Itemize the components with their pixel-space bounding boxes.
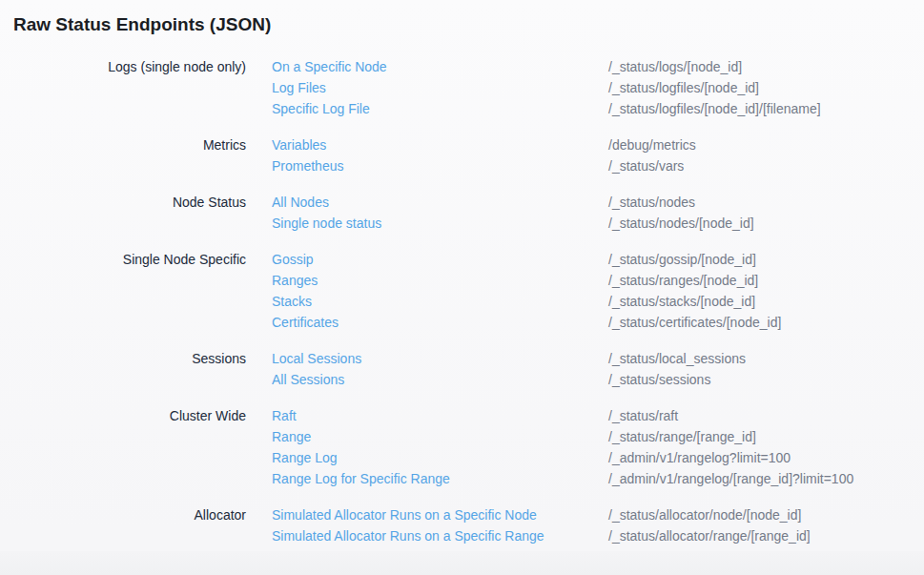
endpoint-path: /_status/logfiles/[node_id]/[filename]	[608, 98, 821, 119]
endpoint-row: Range /_status/range/[range_id]	[272, 426, 924, 447]
endpoint-path: /_status/allocator/node/[node_id]	[608, 504, 801, 525]
endpoint-row: Raft /_status/raft	[272, 405, 924, 426]
endpoint-link[interactable]: Log Files	[272, 77, 583, 98]
endpoint-link[interactable]: Range Log for Specific Range	[272, 468, 583, 489]
endpoint-row: Specific Log File /_status/logfiles/[nod…	[272, 98, 924, 119]
endpoint-link[interactable]: Ranges	[272, 270, 583, 291]
page-title: Raw Status Endpoints (JSON)	[13, 14, 924, 35]
endpoint-row: Ranges /_status/ranges/[node_id]	[272, 270, 924, 291]
endpoint-link[interactable]: Specific Log File	[272, 98, 583, 119]
endpoint-row: All Nodes /_status/nodes	[272, 192, 924, 213]
endpoint-sections: Logs (single node only) On a Specific No…	[13, 56, 924, 546]
endpoint-row: Simulated Allocator Runs on a Specific R…	[272, 525, 924, 546]
section-category-label: Sessions	[13, 348, 246, 390]
endpoint-link[interactable]: Simulated Allocator Runs on a Specific N…	[272, 504, 583, 525]
endpoint-link[interactable]: Certificates	[272, 312, 583, 333]
endpoint-path: /_status/certificates/[node_id]	[608, 312, 781, 333]
endpoint-path: /_status/allocator/range/[range_id]	[608, 525, 811, 546]
endpoint-row: Single node status /_status/nodes/[node_…	[272, 213, 924, 234]
endpoint-link[interactable]: Raft	[272, 405, 583, 426]
endpoint-path: /_status/stacks/[node_id]	[608, 291, 755, 312]
endpoint-link[interactable]: All Sessions	[272, 369, 583, 390]
endpoint-link[interactable]: Variables	[272, 134, 583, 155]
endpoint-row: Local Sessions /_status/local_sessions	[272, 348, 924, 369]
endpoint-section: Sessions Local Sessions /_status/local_s…	[13, 348, 924, 390]
section-category-label: Node Status	[13, 192, 246, 234]
endpoint-row: On a Specific Node /_status/logs/[node_i…	[272, 56, 924, 77]
section-rows: Gossip /_status/gossip/[node_id] Ranges …	[272, 249, 924, 333]
endpoint-link[interactable]: Range Log	[272, 447, 583, 468]
endpoint-path: /debug/metrics	[608, 134, 696, 155]
endpoint-row: Log Files /_status/logfiles/[node_id]	[272, 77, 924, 98]
section-rows: Local Sessions /_status/local_sessions A…	[272, 348, 924, 390]
endpoint-row: Gossip /_status/gossip/[node_id]	[272, 249, 924, 270]
endpoint-path: /_status/nodes	[608, 192, 695, 213]
section-category-label: Logs (single node only)	[13, 56, 246, 119]
endpoint-link[interactable]: Single node status	[272, 213, 583, 234]
section-rows: Simulated Allocator Runs on a Specific N…	[272, 504, 924, 546]
endpoint-path: /_status/local_sessions	[608, 348, 746, 369]
section-rows: Raft /_status/raft Range /_status/range/…	[272, 405, 924, 489]
endpoint-link[interactable]: Local Sessions	[272, 348, 583, 369]
endpoint-path: /_admin/v1/rangelog?limit=100	[608, 447, 791, 468]
section-rows: All Nodes /_status/nodes Single node sta…	[272, 192, 924, 234]
endpoint-path: /_status/logfiles/[node_id]	[608, 77, 759, 98]
footer-strip	[0, 551, 924, 575]
section-category-label: Single Node Specific	[13, 249, 246, 333]
endpoint-section: Node Status All Nodes /_status/nodes Sin…	[13, 192, 924, 234]
endpoint-link[interactable]: Prometheus	[272, 155, 583, 176]
endpoint-row: Range Log /_admin/v1/rangelog?limit=100	[272, 447, 924, 468]
endpoint-row: Prometheus /_status/vars	[272, 155, 924, 176]
endpoint-row: Stacks /_status/stacks/[node_id]	[272, 291, 924, 312]
section-rows: Variables /debug/metrics Prometheus /_st…	[272, 134, 924, 176]
endpoint-row: All Sessions /_status/sessions	[272, 369, 924, 390]
endpoint-row: Range Log for Specific Range /_admin/v1/…	[272, 468, 924, 489]
section-category-label: Cluster Wide	[13, 405, 246, 489]
endpoint-path: /_status/vars	[608, 155, 684, 176]
endpoint-path: /_admin/v1/rangelog/[range_id]?limit=100	[608, 468, 853, 489]
endpoint-link[interactable]: All Nodes	[272, 192, 583, 213]
endpoint-row: Simulated Allocator Runs on a Specific N…	[272, 504, 924, 525]
endpoint-path: /_status/logs/[node_id]	[608, 56, 742, 77]
endpoint-link[interactable]: On a Specific Node	[272, 56, 583, 77]
endpoint-path: /_status/nodes/[node_id]	[608, 213, 754, 234]
endpoint-path: /_status/ranges/[node_id]	[608, 270, 758, 291]
endpoint-section: Single Node Specific Gossip /_status/gos…	[13, 249, 924, 333]
endpoint-path: /_status/range/[range_id]	[608, 426, 756, 447]
endpoint-section: Allocator Simulated Allocator Runs on a …	[13, 504, 924, 546]
endpoint-row: Variables /debug/metrics	[272, 134, 924, 155]
endpoint-link[interactable]: Range	[272, 426, 583, 447]
endpoint-path: /_status/raft	[608, 405, 678, 426]
section-category-label: Metrics	[13, 134, 246, 176]
section-rows: On a Specific Node /_status/logs/[node_i…	[272, 56, 924, 119]
endpoint-link[interactable]: Gossip	[272, 249, 583, 270]
endpoint-section: Metrics Variables /debug/metrics Prometh…	[13, 134, 924, 176]
endpoint-section: Logs (single node only) On a Specific No…	[13, 56, 924, 119]
endpoint-link[interactable]: Stacks	[272, 291, 583, 312]
endpoint-path: /_status/sessions	[608, 369, 710, 390]
raw-status-endpoints-panel: Raw Status Endpoints (JSON) Logs (single…	[0, 0, 924, 546]
endpoint-link[interactable]: Simulated Allocator Runs on a Specific R…	[272, 525, 583, 546]
endpoint-row: Certificates /_status/certificates/[node…	[272, 312, 924, 333]
section-category-label: Allocator	[13, 504, 246, 546]
endpoint-path: /_status/gossip/[node_id]	[608, 249, 756, 270]
endpoint-section: Cluster Wide Raft /_status/raft Range /_…	[13, 405, 924, 489]
